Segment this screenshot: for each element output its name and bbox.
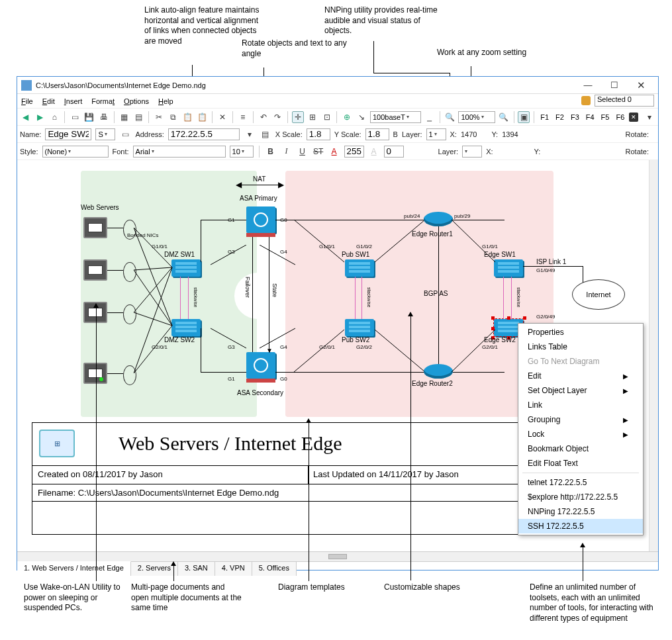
forward-icon[interactable]: ▶ (34, 111, 46, 123)
world-icon[interactable]: ⊕ (341, 111, 353, 123)
fit-icon[interactable]: ▣ (518, 111, 530, 123)
tab-5[interactable]: 5. Offices (252, 562, 297, 576)
dmz-sw1[interactable] (171, 259, 201, 277)
underline-button[interactable]: U (297, 146, 309, 158)
paste2-icon[interactable]: 📋 (196, 111, 208, 123)
fontsize-dropdown[interactable]: 10▾ (230, 146, 254, 158)
arrange-icon[interactable]: ⊡ (321, 111, 333, 123)
fkey-close-icon[interactable]: ✕ (629, 113, 638, 122)
yscale-input[interactable] (365, 128, 389, 140)
ctx-editfloat[interactable]: Edit Float Text (518, 456, 643, 471)
linkopt-icon[interactable]: ⎯ (424, 111, 436, 123)
lock-icon[interactable]: ▤ (260, 128, 271, 140)
scrollbar-vertical[interactable] (649, 160, 658, 551)
asa-primary[interactable] (246, 206, 275, 233)
bg-alpha-input[interactable] (384, 146, 404, 158)
tab-1[interactable]: 1. Web Servers / Internet Edge (17, 561, 131, 576)
copy-icon[interactable]: ⧉ (168, 111, 179, 123)
edge-router1[interactable] (424, 212, 453, 226)
ctx-telnet[interactable]: telnet 172.22.5.5 (518, 475, 643, 490)
close-button[interactable]: ✕ (628, 77, 654, 93)
bgcolor-button[interactable]: A (368, 146, 380, 158)
strike-button[interactable]: ST (312, 146, 324, 158)
home-icon[interactable]: ⌂ (49, 111, 61, 123)
grid-icon[interactable]: ▦ (119, 111, 130, 123)
addr-btn-icon[interactable]: ▾ (244, 128, 256, 140)
sizeopt-icon[interactable]: ▭ (119, 128, 131, 140)
layer2-dropdown[interactable]: ▾ (462, 146, 482, 158)
label-nat: NAT (253, 175, 265, 183)
page-icon[interactable]: ▤ (132, 111, 144, 123)
link-icon[interactable]: ↘ (356, 111, 367, 123)
menu-file[interactable]: File (21, 97, 33, 105)
snap-icon[interactable]: ✛ (292, 111, 304, 123)
ctx-link[interactable]: Link (518, 398, 643, 412)
menu-options[interactable]: Options (124, 97, 149, 105)
zoomout-icon[interactable]: 🔍 (444, 111, 456, 123)
asa-secondary[interactable] (246, 352, 275, 379)
ctx-ssh[interactable]: SSH 172.22.5.5 (518, 519, 643, 533)
print-icon[interactable]: 🖶 (98, 111, 110, 123)
menu-format[interactable]: Format (91, 97, 115, 105)
ctx-explore[interactable]: $explore http://172.22.5.5 (518, 490, 643, 504)
ctx-linkstable[interactable]: Links Table (518, 340, 643, 354)
paste-icon[interactable]: 📋 (182, 111, 194, 123)
label-stackwise1: stackwise (193, 287, 198, 307)
ctx-grouping[interactable]: Grouping▶ (518, 412, 643, 427)
menu-edit[interactable]: Edit (42, 97, 55, 105)
server-4[interactable] (83, 363, 107, 384)
ctx-bookmark[interactable]: Bookmark Object (518, 441, 643, 456)
tab-3[interactable]: 3. SAN (178, 562, 215, 576)
scrollbar-horizontal[interactable] (17, 552, 658, 561)
internet-cloud[interactable]: Internet (572, 279, 625, 310)
server-2[interactable] (83, 259, 107, 281)
italic-button[interactable]: I (281, 146, 293, 158)
bold-button[interactable]: B (265, 146, 277, 158)
f4-button[interactable]: F4 (584, 113, 597, 121)
f3-button[interactable]: F3 (569, 113, 581, 121)
f2-button[interactable]: F2 (553, 113, 566, 121)
f6-button[interactable]: F6 (614, 113, 626, 121)
save-icon[interactable]: 💾 (83, 111, 95, 123)
layer-dropdown[interactable]: 1▾ (426, 128, 446, 140)
zoom-dropdown[interactable]: 100%▾ (458, 111, 495, 123)
tab-4[interactable]: 4. VPN (215, 562, 252, 576)
maximize-button[interactable]: ☐ (601, 77, 628, 93)
menu-help[interactable]: Help (158, 97, 173, 105)
menu-insert[interactable]: Insert (64, 97, 83, 105)
ctx-edit[interactable]: Edit▶ (518, 369, 643, 383)
linktype-dropdown[interactable]: 100baseT▾ (370, 111, 421, 123)
delete-icon[interactable]: ✕ (216, 111, 228, 123)
sizecode-dropdown[interactable]: S▾ (95, 128, 115, 140)
textcolor-button[interactable]: A (328, 146, 340, 158)
ctx-properties[interactable]: Properties (518, 325, 643, 340)
nat-line (241, 185, 281, 185)
style-dropdown[interactable]: (None)▾ (42, 146, 109, 158)
server-1[interactable] (83, 217, 107, 238)
minimize-button[interactable]: — (575, 77, 601, 93)
f5-button[interactable]: F5 (599, 113, 612, 121)
back-icon[interactable]: ◀ (20, 111, 32, 123)
ctx-lock[interactable]: Lock▶ (518, 427, 643, 441)
align-icon[interactable]: ≡ (237, 111, 249, 123)
f1-button[interactable]: F1 (538, 113, 551, 121)
open-icon[interactable]: ▭ (69, 111, 81, 123)
distribute-icon[interactable]: ⊞ (307, 111, 318, 123)
gear-icon[interactable] (581, 96, 591, 105)
font-dropdown[interactable]: Arial▾ (133, 146, 226, 158)
xscale-input[interactable] (307, 128, 330, 140)
style-label: Style: (20, 148, 38, 156)
edge-router2[interactable] (424, 364, 453, 379)
annotation-multipage: Multi-page documents and open multiple d… (131, 582, 244, 614)
alpha-input[interactable] (344, 146, 364, 158)
undo-icon[interactable]: ↶ (258, 111, 269, 123)
chevron-down-icon[interactable]: ▾ (644, 111, 655, 123)
dmz-sw2[interactable] (171, 319, 201, 336)
cut-icon[interactable]: ✂ (153, 111, 165, 123)
name-input[interactable] (45, 128, 91, 140)
address-input[interactable] (168, 128, 240, 140)
ctx-nnping[interactable]: NNPing 172.22.5.5 (518, 504, 643, 519)
ctx-setlayer[interactable]: Set Object Layer▶ (518, 383, 643, 398)
redo-icon[interactable]: ↷ (271, 111, 283, 123)
zoomin-icon[interactable]: 🔍 (498, 111, 510, 123)
